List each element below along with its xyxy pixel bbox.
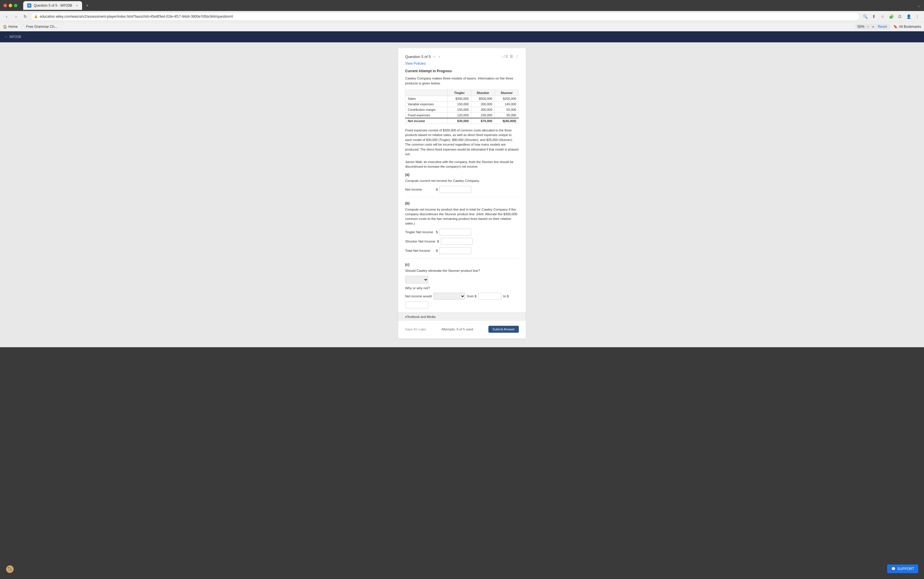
net-income-input-a[interactable] xyxy=(439,186,471,193)
from-amount-input[interactable] xyxy=(478,293,501,300)
url-text: education.wiley.com/was/ui/v2/assessment… xyxy=(40,15,233,18)
bookmark-home-label: Home xyxy=(8,25,18,29)
active-tab[interactable]: W Question 5 of 5 - WP20B ✕ xyxy=(23,1,82,10)
lock-icon: 🔒 xyxy=(34,15,38,18)
to-amount-input[interactable] xyxy=(405,301,428,308)
next-question-button[interactable]: › xyxy=(438,54,441,59)
net-income-label-a: Net income xyxy=(405,188,434,191)
minimize-button[interactable] xyxy=(9,4,12,7)
tab-bar: W Question 5 of 5 - WP20B ✕ + ⌄ xyxy=(23,1,921,10)
dollar-sign-total: $ xyxy=(436,249,438,252)
problem-text: Cawley Company makes three models of tas… xyxy=(405,76,519,86)
shocker-net-income-input[interactable] xyxy=(441,238,473,245)
cell-stunner-cm: 55,000 xyxy=(495,107,519,112)
cell-stunner-fixed: 95,000 xyxy=(495,112,519,118)
total-net-income-row: Total Net Income $ xyxy=(405,247,519,254)
tab-menu-button[interactable]: ⌄ xyxy=(917,3,921,8)
net-income-change-dropdown[interactable]: increase decrease xyxy=(433,293,465,300)
bookmark-grammar-label: Free Grammar Ch... xyxy=(26,25,57,29)
more-options-icon[interactable]: ⋮ xyxy=(515,54,519,59)
cell-stunner-net: $(40,000) xyxy=(495,118,519,124)
cell-shocker-fixed: 230,000 xyxy=(471,112,495,118)
total-net-income-label: Total Net Income xyxy=(405,249,434,252)
data-table: Tingler Shocker Stunner Sales $300,000 $… xyxy=(405,90,519,124)
menu-button[interactable]: ⋮ xyxy=(914,13,921,20)
cell-stunner-sales: $200,000 xyxy=(495,96,519,101)
submit-answer-button[interactable]: Submit Answer xyxy=(488,326,519,333)
bookmark-button[interactable]: ☆ xyxy=(879,13,886,20)
address-bar[interactable]: 🔒 education.wiley.com/was/ui/v2/assessme… xyxy=(31,13,860,21)
bookmark-grammar[interactable]: 📄 Free Grammar Ch... xyxy=(21,25,57,29)
eliminate-dropdown[interactable]: Yes No xyxy=(405,276,428,283)
row-label-cm: Contribution margin xyxy=(405,107,448,112)
profile-button[interactable]: 👤 xyxy=(905,13,913,20)
tingler-net-income-input[interactable] xyxy=(439,229,471,236)
cell-tingler-variable: 150,000 xyxy=(447,101,471,107)
cell-tingler-cm: 150,000 xyxy=(447,107,471,112)
question-card: Question 5 of 5 ‹ › - / 3 ☰ ⋮ View Polic… xyxy=(398,48,526,339)
view-policies-link[interactable]: View Policies xyxy=(405,62,519,65)
question-header: Question 5 of 5 ‹ › - / 3 ☰ ⋮ xyxy=(405,54,519,59)
cell-shocker-net: $70,000 xyxy=(471,118,495,124)
part-c-dropdown-row: Yes No xyxy=(405,276,519,283)
cell-shocker-sales: $500,000 xyxy=(471,96,495,101)
question-nav: Question 5 of 5 ‹ › xyxy=(405,54,441,59)
browser-toolbar: ‹ › ↻ 🔒 education.wiley.com/was/ui/v2/as… xyxy=(0,11,924,22)
part-a-label: (a) xyxy=(405,173,519,177)
cell-tingler-sales: $300,000 xyxy=(447,96,471,101)
wp20b-label: WP20B xyxy=(9,35,21,39)
extensions-button[interactable]: 🧩 xyxy=(888,13,895,20)
browser-titlebar: W Question 5 of 5 - WP20B ✕ + ⌄ xyxy=(0,0,924,11)
table-header-tingler: Tingler xyxy=(447,90,471,96)
share-button[interactable]: ⬆ xyxy=(870,13,878,20)
part-a-instruction: Compute current net income for Cawley Co… xyxy=(405,178,519,183)
forward-button[interactable]: › xyxy=(12,13,20,20)
table-row: Contribution margin 150,000 300,000 55,0… xyxy=(405,107,519,112)
reload-button[interactable]: ↻ xyxy=(21,13,29,20)
back-arrow-icon: ← xyxy=(5,35,8,39)
table-row: Variable expenses 150,000 200,000 145,00… xyxy=(405,101,519,107)
james-watt-text: James Watt, an executive with the compan… xyxy=(405,160,519,169)
tab-close-button[interactable]: ✕ xyxy=(76,4,78,7)
cell-shocker-variable: 200,000 xyxy=(471,101,495,107)
search-button[interactable]: 🔍 xyxy=(861,13,869,20)
table-header-shocker: Shocker xyxy=(471,90,495,96)
google-button[interactable]: G xyxy=(896,13,904,20)
etextbook-bar[interactable]: eTextbook and Media xyxy=(398,312,526,321)
browser-window: W Question 5 of 5 - WP20B ✕ + ⌄ ‹ › ↻ 🔒 … xyxy=(0,0,924,347)
bookmarks-icon: 🔖 xyxy=(893,25,898,29)
reset-button[interactable]: Reset xyxy=(877,25,888,29)
home-icon: 🏠 xyxy=(3,25,7,29)
prev-question-button[interactable]: ‹ xyxy=(433,54,436,59)
maximize-button[interactable] xyxy=(14,4,17,7)
new-tab-button[interactable]: + xyxy=(83,2,91,10)
content-wrapper: Question 5 of 5 ‹ › - / 3 ☰ ⋮ View Polic… xyxy=(0,43,924,347)
app-container: ← WP20B Question 5 of 5 ‹ › - / 3 ☰ ⋮ xyxy=(0,31,924,347)
list-icon[interactable]: ☰ xyxy=(510,54,513,59)
save-later-button[interactable]: Save for Later xyxy=(405,327,426,331)
net-income-would-label: Net income would xyxy=(405,294,431,298)
back-to-wp20b-button[interactable]: ← WP20B xyxy=(5,35,21,39)
part-a-input-row: Net income $ xyxy=(405,186,519,193)
table-header-empty xyxy=(405,90,448,96)
bookmark-favicon: 📄 xyxy=(21,25,25,29)
back-button[interactable]: ‹ xyxy=(3,13,10,20)
tingler-net-income-label: Tingler Net Income xyxy=(405,230,434,234)
total-net-income-input[interactable] xyxy=(439,247,471,254)
attempts-text: Attempts: 0 of 5 used xyxy=(441,327,473,331)
table-row: Sales $300,000 $500,000 $200,000 xyxy=(405,96,519,101)
part-c-label: (c) xyxy=(405,263,519,267)
zoom-in-button[interactable]: + xyxy=(872,25,875,29)
why-row: Net income would increase decrease from … xyxy=(405,293,519,308)
all-bookmarks[interactable]: 🔖 All Bookmarks xyxy=(893,25,921,29)
cell-tingler-fixed: 120,000 xyxy=(447,112,471,118)
table-row: Fixed expenses 120,000 230,000 95,000 xyxy=(405,112,519,118)
period-text: . xyxy=(430,303,431,307)
row-label-fixed: Fixed expenses xyxy=(405,112,448,118)
zoom-level: 50% xyxy=(857,25,865,29)
bookmark-home[interactable]: 🏠 Home xyxy=(3,25,18,29)
tab-title: Question 5 of 5 - WP20B xyxy=(34,3,72,8)
close-button[interactable] xyxy=(3,4,7,7)
fixed-expenses-text: Fixed expenses consist of $300,000 of co… xyxy=(405,128,519,157)
zoom-out-button[interactable]: − xyxy=(866,25,870,29)
